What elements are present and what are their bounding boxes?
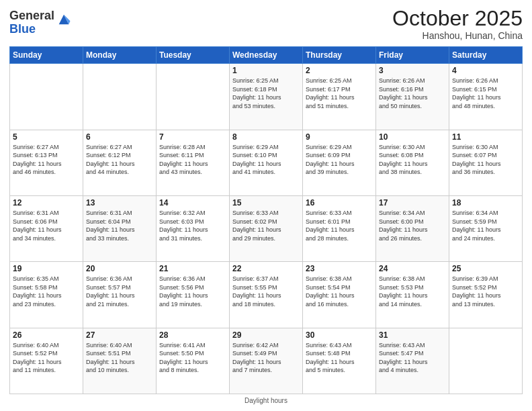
calendar-cell: 31Sunrise: 6:43 AM Sunset: 5:47 PM Dayli… [376, 328, 449, 394]
calendar-table: SundayMondayTuesdayWednesdayThursdayFrid… [9, 46, 523, 394]
day-info: Sunrise: 6:40 AM Sunset: 5:51 PM Dayligh… [86, 341, 153, 375]
day-info: Sunrise: 6:29 AM Sunset: 6:09 PM Dayligh… [306, 143, 373, 177]
title-area: October 2025 Hanshou, Hunan, China [392, 7, 523, 41]
logo-icon [56, 12, 71, 27]
weekday-header: Tuesday [157, 47, 230, 64]
day-info: Sunrise: 6:36 AM Sunset: 5:56 PM Dayligh… [159, 275, 226, 308]
calendar-cell: 4Sunrise: 6:26 AM Sunset: 6:15 PM Daylig… [449, 64, 523, 130]
day-number: 11 [452, 132, 519, 142]
day-info: Sunrise: 6:25 AM Sunset: 6:18 PM Dayligh… [232, 77, 300, 110]
day-info: Sunrise: 6:41 AM Sunset: 5:50 PM Dayligh… [159, 341, 226, 375]
day-info: Sunrise: 6:28 AM Sunset: 6:11 PM Dayligh… [159, 143, 226, 177]
day-number: 15 [232, 198, 300, 208]
calendar-cell: 14Sunrise: 6:32 AM Sunset: 6:03 PM Dayli… [157, 195, 230, 261]
calendar-cell [83, 64, 157, 130]
day-number: 10 [379, 132, 446, 142]
header: General Blue October 2025 Hanshou, Hunan… [9, 7, 523, 41]
day-number: 30 [306, 330, 373, 340]
day-info: Sunrise: 6:38 AM Sunset: 5:54 PM Dayligh… [306, 275, 373, 308]
month-title: October 2025 [392, 7, 523, 30]
day-number: 1 [232, 66, 300, 75]
day-number: 7 [159, 132, 226, 142]
day-info: Sunrise: 6:38 AM Sunset: 5:53 PM Dayligh… [379, 275, 446, 308]
calendar-cell: 16Sunrise: 6:33 AM Sunset: 6:01 PM Dayli… [303, 195, 376, 261]
day-number: 20 [86, 264, 153, 273]
calendar-cell: 9Sunrise: 6:29 AM Sunset: 6:09 PM Daylig… [303, 130, 376, 195]
day-info: Sunrise: 6:39 AM Sunset: 5:52 PM Dayligh… [452, 275, 519, 308]
day-number: 3 [379, 66, 446, 75]
day-number: 5 [13, 132, 80, 142]
day-number: 8 [232, 132, 300, 142]
calendar-cell: 29Sunrise: 6:42 AM Sunset: 5:49 PM Dayli… [230, 328, 303, 394]
day-number: 27 [86, 330, 153, 340]
day-number: 6 [86, 132, 153, 142]
calendar-cell [10, 64, 83, 130]
calendar-cell: 25Sunrise: 6:39 AM Sunset: 5:52 PM Dayli… [449, 262, 523, 328]
calendar-cell: 24Sunrise: 6:38 AM Sunset: 5:53 PM Dayli… [376, 262, 449, 328]
calendar-cell: 6Sunrise: 6:27 AM Sunset: 6:12 PM Daylig… [83, 130, 157, 195]
day-number: 17 [379, 198, 446, 208]
day-number: 29 [232, 330, 300, 340]
day-number: 25 [452, 264, 519, 273]
day-number: 14 [159, 198, 226, 208]
calendar-cell: 5Sunrise: 6:27 AM Sunset: 6:13 PM Daylig… [10, 130, 83, 195]
calendar-cell: 26Sunrise: 6:40 AM Sunset: 5:52 PM Dayli… [10, 328, 83, 394]
day-number: 2 [306, 66, 373, 75]
day-info: Sunrise: 6:43 AM Sunset: 5:48 PM Dayligh… [306, 341, 373, 375]
calendar-cell: 19Sunrise: 6:35 AM Sunset: 5:58 PM Dayli… [10, 262, 83, 328]
day-number: 21 [159, 264, 226, 273]
day-number: 19 [13, 264, 80, 273]
calendar-cell: 28Sunrise: 6:41 AM Sunset: 5:50 PM Dayli… [157, 328, 230, 394]
day-number: 24 [379, 264, 446, 273]
calendar-cell: 12Sunrise: 6:31 AM Sunset: 6:06 PM Dayli… [10, 195, 83, 261]
day-info: Sunrise: 6:37 AM Sunset: 5:55 PM Dayligh… [232, 275, 300, 308]
calendar-cell: 8Sunrise: 6:29 AM Sunset: 6:10 PM Daylig… [230, 130, 303, 195]
day-number: 9 [306, 132, 373, 142]
day-number: 18 [452, 198, 519, 208]
calendar-cell: 27Sunrise: 6:40 AM Sunset: 5:51 PM Dayli… [83, 328, 157, 394]
day-info: Sunrise: 6:30 AM Sunset: 6:07 PM Dayligh… [452, 143, 519, 177]
weekday-header: Saturday [449, 47, 523, 64]
calendar-cell: 2Sunrise: 6:25 AM Sunset: 6:17 PM Daylig… [303, 64, 376, 130]
day-info: Sunrise: 6:34 AM Sunset: 6:00 PM Dayligh… [379, 209, 446, 242]
day-info: Sunrise: 6:43 AM Sunset: 5:47 PM Dayligh… [379, 341, 446, 375]
calendar-cell: 30Sunrise: 6:43 AM Sunset: 5:48 PM Dayli… [303, 328, 376, 394]
day-number: 26 [13, 330, 80, 340]
calendar-cell: 3Sunrise: 6:26 AM Sunset: 6:16 PM Daylig… [376, 64, 449, 130]
calendar-cell: 23Sunrise: 6:38 AM Sunset: 5:54 PM Dayli… [303, 262, 376, 328]
day-number: 28 [159, 330, 226, 340]
weekday-header: Sunday [10, 47, 83, 64]
day-number: 31 [379, 330, 446, 340]
calendar-cell: 22Sunrise: 6:37 AM Sunset: 5:55 PM Dayli… [230, 262, 303, 328]
calendar-cell: 18Sunrise: 6:34 AM Sunset: 5:59 PM Dayli… [449, 195, 523, 261]
day-number: 13 [86, 198, 153, 208]
calendar-cell: 17Sunrise: 6:34 AM Sunset: 6:00 PM Dayli… [376, 195, 449, 261]
calendar-cell [449, 328, 523, 394]
day-info: Sunrise: 6:27 AM Sunset: 6:12 PM Dayligh… [86, 143, 153, 177]
weekday-header: Friday [376, 47, 449, 64]
calendar-cell: 1Sunrise: 6:25 AM Sunset: 6:18 PM Daylig… [230, 64, 303, 130]
calendar-cell: 13Sunrise: 6:31 AM Sunset: 6:04 PM Dayli… [83, 195, 157, 261]
day-info: Sunrise: 6:35 AM Sunset: 5:58 PM Dayligh… [13, 275, 80, 308]
calendar-cell [157, 64, 230, 130]
calendar-cell: 15Sunrise: 6:33 AM Sunset: 6:02 PM Dayli… [230, 195, 303, 261]
calendar-week-row: 19Sunrise: 6:35 AM Sunset: 5:58 PM Dayli… [10, 262, 523, 328]
day-info: Sunrise: 6:42 AM Sunset: 5:49 PM Dayligh… [232, 341, 300, 375]
calendar-week-row: 5Sunrise: 6:27 AM Sunset: 6:13 PM Daylig… [10, 130, 523, 195]
calendar-week-row: 1Sunrise: 6:25 AM Sunset: 6:18 PM Daylig… [10, 64, 523, 130]
day-info: Sunrise: 6:26 AM Sunset: 6:16 PM Dayligh… [379, 77, 446, 110]
calendar-week-row: 26Sunrise: 6:40 AM Sunset: 5:52 PM Dayli… [10, 328, 523, 394]
calendar-cell: 20Sunrise: 6:36 AM Sunset: 5:57 PM Dayli… [83, 262, 157, 328]
calendar-cell: 7Sunrise: 6:28 AM Sunset: 6:11 PM Daylig… [157, 130, 230, 195]
weekday-header: Wednesday [230, 47, 303, 64]
page: General Blue October 2025 Hanshou, Hunan… [0, 0, 532, 411]
day-info: Sunrise: 6:31 AM Sunset: 6:04 PM Dayligh… [86, 209, 153, 242]
weekday-header-row: SundayMondayTuesdayWednesdayThursdayFrid… [10, 47, 523, 64]
calendar-cell: 11Sunrise: 6:30 AM Sunset: 6:07 PM Dayli… [449, 130, 523, 195]
weekday-header: Monday [83, 47, 157, 64]
day-info: Sunrise: 6:26 AM Sunset: 6:15 PM Dayligh… [452, 77, 519, 110]
day-number: 4 [452, 66, 519, 75]
logo-text: General Blue [9, 9, 54, 36]
day-info: Sunrise: 6:34 AM Sunset: 5:59 PM Dayligh… [452, 209, 519, 242]
weekday-header: Thursday [303, 47, 376, 64]
